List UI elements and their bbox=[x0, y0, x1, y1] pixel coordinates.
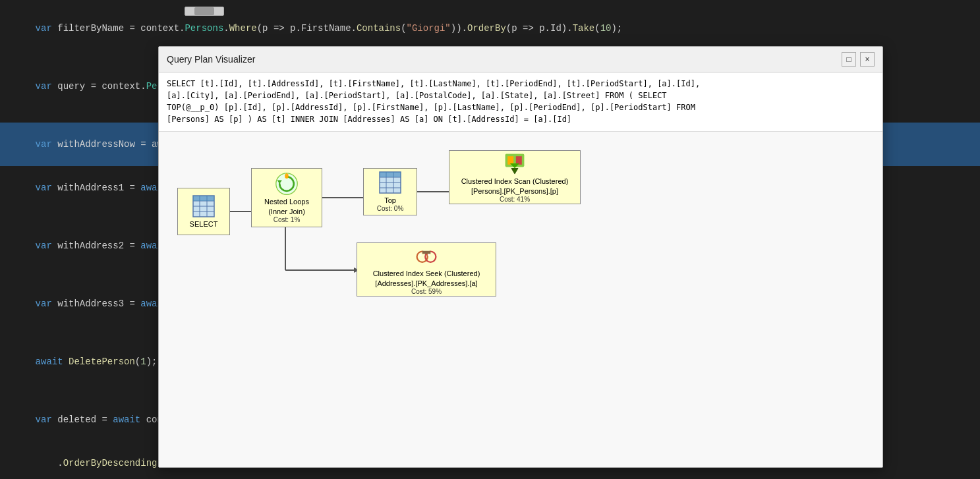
clustered-seek-label: Clustered Index Seek (Clustered)[Address… bbox=[373, 269, 480, 288]
clustered-seek-icon bbox=[415, 244, 438, 268]
sql-text-area: SELECT [t].[Id], [t].[AddressId], [t].[F… bbox=[159, 72, 882, 132]
modal-header: Query Plan Visualizer □ × bbox=[159, 47, 882, 72]
top-icon bbox=[378, 171, 402, 194]
nested-loops-label: Nested Loops(Inner Join) bbox=[264, 197, 309, 216]
maximize-button[interactable]: □ bbox=[842, 52, 856, 67]
clustered-scan-label: Clustered Index Scan (Clustered)[Persons… bbox=[461, 177, 569, 196]
close-button[interactable]: × bbox=[860, 52, 875, 67]
code-line-1: var filterByName = context.Persons.Where… bbox=[0, 7, 980, 50]
modal-header-buttons: □ × bbox=[842, 52, 875, 67]
select-label: SELECT bbox=[190, 219, 218, 229]
scrollbar-indicator[interactable] bbox=[185, 7, 224, 16]
select-icon bbox=[192, 194, 216, 218]
svg-marker-31 bbox=[511, 168, 519, 174]
svg-rect-34 bbox=[422, 251, 431, 254]
sql-text: SELECT [t].[Id], [t].[AddressId], [t].[F… bbox=[167, 79, 700, 124]
top-cost: Cost: 0% bbox=[377, 205, 404, 212]
modal-title: Query Plan Visualizer bbox=[167, 54, 255, 65]
qp-node-clustered-seek[interactable]: Clustered Index Seek (Clustered)[Address… bbox=[357, 242, 496, 296]
clustered-scan-cost: Cost: 41% bbox=[500, 196, 530, 203]
qp-node-clustered-scan[interactable]: Clustered Index Scan (Clustered)[Persons… bbox=[449, 150, 581, 204]
nested-loops-icon bbox=[275, 172, 299, 196]
svg-rect-15 bbox=[193, 196, 214, 201]
qp-node-top[interactable]: Top Cost: 0% bbox=[363, 168, 417, 215]
query-plan-modal: Query Plan Visualizer □ × SELECT [t].[Id… bbox=[158, 46, 883, 468]
qp-node-nested-loops[interactable]: Nested Loops(Inner Join) Cost: 1% bbox=[251, 168, 322, 227]
svg-rect-28 bbox=[516, 156, 522, 165]
clustered-seek-cost: Cost: 59% bbox=[411, 288, 442, 295]
svg-point-35 bbox=[419, 254, 422, 257]
scrollbar-thumb bbox=[194, 7, 214, 15]
top-label: Top bbox=[384, 196, 396, 205]
query-plan-canvas: SELECT Nested Loops(Inner Join) Cost: 1% bbox=[159, 132, 882, 467]
svg-rect-25 bbox=[380, 172, 401, 177]
qp-node-select[interactable]: SELECT bbox=[177, 188, 230, 235]
svg-rect-27 bbox=[507, 156, 513, 165]
svg-point-36 bbox=[428, 254, 430, 257]
clustered-scan-icon bbox=[503, 152, 527, 175]
nested-loops-cost: Cost: 1% bbox=[274, 216, 301, 223]
